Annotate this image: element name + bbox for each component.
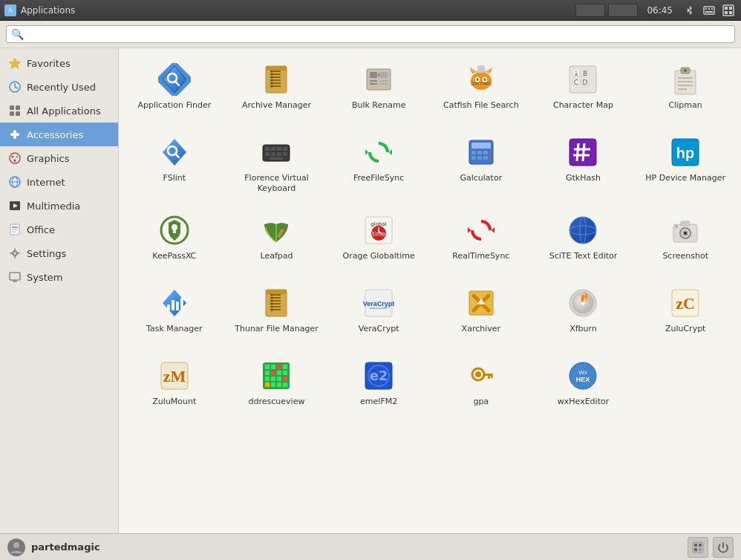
app-item-xfburn[interactable]: Xfburn [535,279,632,346]
svg-rect-158 [167,305,170,310]
settings-icon [7,246,22,261]
fslint-icon [157,134,192,170]
svg-point-97 [684,69,687,72]
window-title: Applications [21,5,575,16]
sidebar-item-internet[interactable]: Internet [0,170,118,194]
zulucrypt-icon: zC [667,285,703,321]
maximize-button[interactable] [608,4,638,17]
network-icon[interactable] [720,2,737,19]
sidebar-item-accessories[interactable]: Accessories [0,123,118,146]
svg-rect-56 [270,71,273,72]
search-input-wrap[interactable]: 🔍 [6,25,735,43]
xfburn-icon [565,285,601,321]
sidebar-item-settings[interactable]: Settings [0,241,118,265]
footer-right [688,537,734,558]
svg-rect-159 [172,300,174,310]
app-item-character-map[interactable]: à B C D Character Map [535,56,632,123]
power-button[interactable] [713,537,734,558]
svg-rect-194 [271,365,275,369]
svg-rect-125 [483,156,488,160]
app-item-clipman[interactable]: Clipman [637,56,734,123]
svg-rect-63 [370,72,377,78]
svg-rect-171 [270,294,273,296]
app-item-thunar-file-manager[interactable]: Thunar File Manager [229,279,325,346]
app-item-scite-text-editor[interactable]: SciTE Text Editor [535,206,632,273]
app-label-emelfm2: emelFM2 [360,397,397,407]
app-item-emelfm2[interactable]: e2 emelFM2 [330,352,427,419]
accessibility-button[interactable] [688,537,708,558]
keepassxc-icon [157,212,192,248]
app-item-screenshot[interactable]: Screenshot [637,206,734,273]
svg-rect-173 [270,300,273,302]
sidebar-item-favorites[interactable]: Favorites [0,51,118,75]
app-item-veracrypt[interactable]: VeraCrypt VeraCrypt [330,279,427,346]
svg-rect-204 [283,377,287,381]
app-item-realtimesync[interactable]: RealTimeSync [433,206,529,273]
svg-rect-76 [477,65,485,72]
sidebar-item-office[interactable]: Office [0,218,118,241]
sidebar-item-recently-used-label: Recently Used [27,82,96,93]
svg-rect-113 [283,152,287,156]
florence-keyboard-icon [258,134,294,170]
app-item-ddrescueview[interactable]: ddrescueview [229,352,325,419]
sidebar-item-recently-used[interactable]: Recently Used [0,75,118,99]
system-icon [7,270,22,284]
app-item-xarchiver[interactable]: Xarchiver [433,279,529,346]
app-item-bulk-rename[interactable]: Bulk Rename [330,56,427,123]
svg-rect-216 [491,376,493,378]
app-item-archive-manager[interactable]: Archive Manager [229,56,325,123]
app-item-application-finder[interactable]: Application Finder [126,56,223,123]
app-item-gpa[interactable]: gpa [433,352,529,419]
app-item-hp-device-manager[interactable]: hp HP Device Manager [637,128,734,201]
app-item-gtkhash[interactable]: GtkHash [535,128,632,201]
svg-marker-146 [468,227,471,233]
app-label-archive-manager: Archive Manager [242,100,311,111]
app-item-keepassxc[interactable]: KeePassXC [126,206,223,273]
app-item-zulumount[interactable]: zM ZuluMount [126,352,223,419]
sidebar-item-system-label: System [27,272,62,283]
svg-rect-224 [694,548,697,551]
app-label-thunar-file-manager: Thunar File Manager [235,324,319,334]
app-item-catfish-file-search[interactable]: Catfish File Search [433,56,529,123]
sidebar-item-graphics[interactable]: Graphics [0,146,118,170]
svg-rect-152 [681,221,690,226]
accessories-icon [7,127,22,142]
app-item-zulucrypt[interactable]: zC ZuluCrypt [637,279,734,346]
app-label-xarchiver: Xarchiver [462,324,500,334]
svg-rect-108 [277,147,281,151]
internet-icon [7,175,22,189]
app-item-fslint[interactable]: FSlint [126,128,223,201]
sidebar-item-office-label: Office [27,224,55,235]
svg-rect-160 [176,302,179,310]
sidebar-item-all-applications[interactable]: All Applications [0,99,118,123]
svg-rect-106 [265,147,270,151]
svg-rect-61 [270,85,273,87]
svg-rect-18 [10,111,14,116]
search-input[interactable] [27,29,730,40]
app-item-freefilesync[interactable]: FreeFileSync [330,128,427,201]
svg-rect-57 [270,74,273,75]
app-item-galculator[interactable]: Galculator [433,128,529,201]
app-label-veracrypt: VeraCrypt [359,324,399,334]
app-item-wxhexeditor[interactable]: Wx HEX wxHexEditor [535,352,632,419]
keyboard-icon[interactable] [701,2,717,19]
svg-marker-115 [389,149,392,155]
sidebar-item-multimedia[interactable]: Multimedia [0,194,118,218]
svg-rect-199 [277,371,281,375]
app-item-leafpad[interactable]: Leafpad [229,206,325,273]
leafpad-icon [258,212,294,248]
clock: 06:45 [647,5,673,16]
bluetooth-icon[interactable] [682,2,698,19]
sidebar-item-system[interactable]: System [0,265,118,289]
app-label-application-finder: Application Finder [137,100,211,111]
office-icon [7,222,22,237]
app-item-florence-virtual-keyboard[interactable]: Florence Virtual Keyboard [229,128,325,201]
app-item-task-manager[interactable]: Task Manager [126,279,223,346]
freefilesync-icon [361,134,396,170]
minimize-button[interactable] [575,4,605,17]
app-item-orage-globaltime[interactable]: global time Orage Globaltime [330,206,427,273]
svg-rect-203 [277,377,281,381]
app-label-xfburn: Xfburn [569,324,597,334]
svg-marker-116 [365,149,368,155]
svg-marker-102 [163,139,186,166]
